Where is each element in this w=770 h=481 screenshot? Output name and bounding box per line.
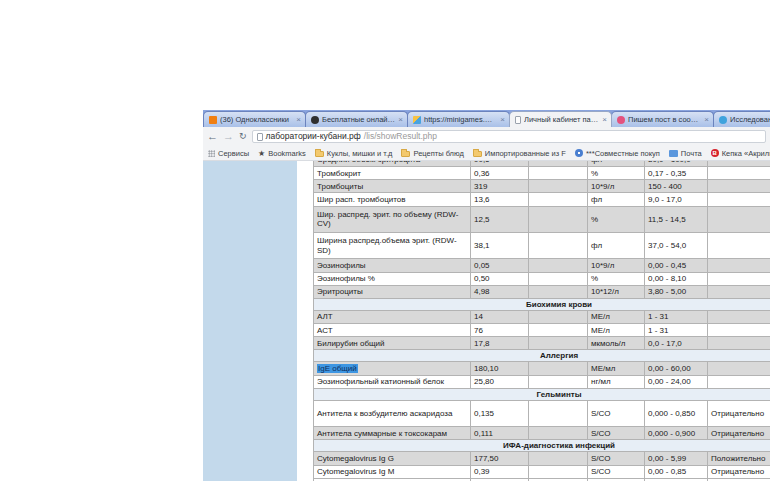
bookmark-item[interactable]: Рецепты блюд bbox=[401, 149, 463, 158]
bookmark-item[interactable]: Импортированные из F bbox=[473, 149, 566, 158]
game-icon bbox=[311, 116, 319, 124]
table-row: Cytomegalovirus Ig G177,50S/CO0,00 - 5,9… bbox=[314, 452, 770, 465]
blank-cell bbox=[529, 259, 588, 271]
browser-tab[interactable]: Исследован× bbox=[713, 111, 770, 127]
tab-title: Бесплатные онлайн-игры bbox=[322, 115, 395, 124]
browser-window: (36) Одноклассники×Бесплатные онлайн-игр… bbox=[203, 110, 770, 481]
blank-cell bbox=[529, 311, 588, 323]
analyte-name-cell: Cytomegalovirus Ig G bbox=[314, 452, 471, 464]
browser-tab[interactable]: https://minigames.mail.ru× bbox=[407, 111, 510, 127]
browser-tab[interactable]: Бесплатные онлайн-игры× bbox=[305, 111, 408, 127]
range-cell: 0,00 - 60,00 bbox=[645, 362, 708, 374]
eye-icon bbox=[575, 149, 583, 157]
tab-close-icon[interactable]: × bbox=[398, 116, 403, 124]
table-row: Шир расп. тромбоцитов13,6фл9,0 - 17,0 bbox=[314, 193, 770, 206]
browser-toolbar: ← → ↻ лаборатории-кубани.рф /lis/showRes… bbox=[203, 127, 770, 146]
result-cell bbox=[708, 337, 770, 349]
mail-icon bbox=[669, 150, 678, 157]
range-cell: 1 - 31 bbox=[645, 324, 708, 336]
analyte-name-cell: Тромбоциты bbox=[314, 180, 471, 192]
result-cell bbox=[708, 311, 770, 323]
back-button[interactable]: ← bbox=[207, 131, 218, 142]
minigames-icon bbox=[413, 116, 421, 124]
table-row: АСТ76МЕ/л1 - 31 bbox=[314, 324, 770, 337]
analyte-name-cell: АЛТ bbox=[314, 311, 471, 323]
value-cell: 17,8 bbox=[471, 337, 529, 349]
bookmark-item[interactable]: Сервисы bbox=[208, 149, 249, 158]
result-cell: Положительно bbox=[708, 452, 770, 464]
blank-cell bbox=[529, 401, 588, 426]
table-row: Эритроциты4,9810*12/л3,80 - 5,00 bbox=[314, 286, 770, 299]
value-cell: 0,135 bbox=[471, 401, 529, 426]
unit-cell: % bbox=[588, 207, 645, 232]
result-cell: Отрицательно bbox=[708, 401, 770, 426]
results-table: Средний объем эритроцита90,6фл80,0 - 100… bbox=[313, 161, 770, 481]
reload-button[interactable]: ↻ bbox=[239, 132, 247, 141]
analyte-name-cell: Эритроциты bbox=[314, 286, 471, 298]
bookmark-label: Кепка «Акрилка» - ка bbox=[722, 149, 770, 158]
bookmark-item[interactable]: Куклы, мишки и т.д bbox=[315, 149, 393, 158]
analyte-name-cell: Ширина распред.объема эрит. (RDW-SD) bbox=[314, 233, 471, 258]
result-cell bbox=[708, 161, 770, 166]
analyte-name-cell: Шир расп. тромбоцитов bbox=[314, 193, 471, 205]
blue-drop-icon bbox=[719, 116, 727, 124]
tab-close-icon[interactable]: × bbox=[500, 116, 505, 124]
bookmark-item[interactable]: Почта bbox=[669, 149, 702, 158]
blank-cell bbox=[529, 362, 588, 374]
blank-cell bbox=[529, 167, 588, 179]
tab-close-icon[interactable]: × bbox=[602, 116, 607, 124]
blank-cell bbox=[529, 376, 588, 388]
value-cell: 14 bbox=[471, 311, 529, 323]
range-cell: 9,0 - 17,0 bbox=[645, 193, 708, 205]
result-cell bbox=[708, 362, 770, 374]
bookmark-item[interactable]: Кепка «Акрилка» - ка bbox=[711, 149, 770, 158]
bookmark-item[interactable]: ***Совместные покуп bbox=[575, 149, 660, 158]
table-row: Средний объем эритроцита90,6фл80,0 - 100… bbox=[314, 161, 770, 167]
bookmark-label: Рецепты блюд bbox=[413, 149, 463, 158]
sidebar-gap bbox=[297, 161, 313, 481]
tab-close-icon[interactable]: × bbox=[296, 116, 301, 124]
folder-icon bbox=[315, 151, 324, 157]
result-cell bbox=[708, 167, 770, 179]
unit-cell: МЕ/мл bbox=[588, 362, 645, 374]
table-row: Антитела суммарные к токсокарам0,111S/CO… bbox=[314, 427, 770, 440]
value-cell: 0,50 bbox=[471, 273, 529, 285]
range-cell: 0,17 - 0,35 bbox=[645, 167, 708, 179]
blank-cell bbox=[529, 207, 588, 232]
result-cell bbox=[708, 376, 770, 388]
value-cell: 25,80 bbox=[471, 376, 529, 388]
value-cell: 76 bbox=[471, 324, 529, 336]
bookmark-item[interactable]: Bookmarks bbox=[258, 149, 306, 158]
analyte-name-cell: Эозинофилы % bbox=[314, 273, 471, 285]
browser-tab[interactable]: Личный кабинет пациента× bbox=[509, 111, 612, 127]
table-row: Билирубин общий17,8мкмоль/л0,0 - 17,0 bbox=[314, 337, 770, 350]
table-section-header: Аллергия bbox=[314, 350, 770, 362]
value-cell: 319 bbox=[471, 180, 529, 192]
bookmark-label: ***Совместные покуп bbox=[586, 149, 660, 158]
tab-close-icon[interactable]: × bbox=[704, 116, 709, 124]
url-domain: лаборатории-кубани.рф bbox=[266, 132, 361, 141]
analyte-name-cell: Билирубин общий bbox=[314, 337, 471, 349]
range-cell: 11,5 - 14,5 bbox=[645, 207, 708, 232]
browser-tab[interactable]: Пишем пост в сообществ× bbox=[611, 111, 714, 127]
analyte-name-cell: IgE общий bbox=[314, 362, 471, 374]
range-cell: 0,00 - 24,00 bbox=[645, 376, 708, 388]
address-bar[interactable]: лаборатории-кубани.рф /lis/showResult.ph… bbox=[252, 130, 766, 143]
value-cell: 0,39 bbox=[471, 466, 529, 478]
unit-cell: фл bbox=[588, 161, 645, 166]
page-icon bbox=[515, 116, 521, 124]
folder-icon bbox=[473, 151, 482, 157]
range-cell: 37,0 - 54,0 bbox=[645, 233, 708, 258]
bookmark-label: Сервисы bbox=[218, 149, 249, 158]
table-row: Cytomegalovirus Ig M0,39S/CO0,00 - 0,85О… bbox=[314, 466, 770, 479]
blank-cell bbox=[529, 180, 588, 192]
browser-tab[interactable]: (36) Одноклассники× bbox=[203, 111, 306, 127]
blank-cell bbox=[529, 273, 588, 285]
forward-button[interactable]: → bbox=[223, 131, 234, 142]
range-cell: 0,00 - 0,85 bbox=[645, 466, 708, 478]
bookmark-label: Почта bbox=[681, 149, 702, 158]
star-icon bbox=[258, 149, 265, 158]
bookmark-label: Bookmarks bbox=[268, 149, 306, 158]
tab-strip: (36) Одноклассники×Бесплатные онлайн-игр… bbox=[203, 110, 770, 127]
unit-cell: S/CO bbox=[588, 401, 645, 426]
